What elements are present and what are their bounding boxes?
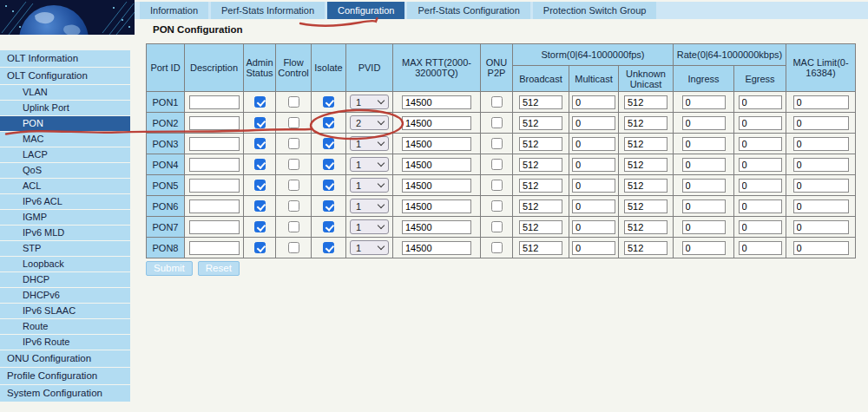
description-input[interactable] <box>189 241 240 255</box>
mac-limit-input[interactable] <box>793 199 849 213</box>
sidebar-item-lacp[interactable]: LACP <box>0 147 130 162</box>
unknown-unicast-input[interactable] <box>624 179 667 193</box>
multicast-input[interactable] <box>572 116 615 130</box>
description-input[interactable] <box>189 95 240 109</box>
sidebar-item-onu-configuration[interactable]: ONU Configuration <box>0 350 130 367</box>
mac-limit-input[interactable] <box>793 137 849 151</box>
sidebar-item-ipv6-slaac[interactable]: IPv6 SLAAC <box>0 304 130 318</box>
mac-limit-input[interactable] <box>793 95 849 109</box>
unknown-unicast-input[interactable] <box>624 137 667 151</box>
onu-p2p-checkbox[interactable] <box>491 138 503 149</box>
admin-status-checkbox[interactable] <box>254 180 266 191</box>
unknown-unicast-input[interactable] <box>624 199 667 213</box>
ingress-input[interactable] <box>682 158 726 172</box>
sidebar-item-system-configuration[interactable]: System Configuration <box>0 385 130 402</box>
onu-p2p-checkbox[interactable] <box>491 180 503 191</box>
broadcast-input[interactable] <box>519 199 562 213</box>
mac-limit-input[interactable] <box>793 241 849 255</box>
sidebar-item-stp[interactable]: STP <box>0 241 130 256</box>
tab-protection-switch-group[interactable]: Protection Switch Group <box>533 2 657 19</box>
max-rtt-input[interactable] <box>402 241 471 255</box>
broadcast-input[interactable] <box>519 95 562 109</box>
max-rtt-input[interactable] <box>402 158 471 172</box>
flow-control-checkbox[interactable] <box>288 242 299 253</box>
ingress-input[interactable] <box>682 199 726 213</box>
isolate-checkbox[interactable] <box>323 180 334 191</box>
egress-input[interactable] <box>739 95 782 109</box>
isolate-checkbox[interactable] <box>323 200 334 212</box>
onu-p2p-checkbox[interactable] <box>491 200 503 212</box>
broadcast-input[interactable] <box>519 241 562 255</box>
sidebar-item-dhcp[interactable]: DHCP <box>0 272 130 287</box>
onu-p2p-checkbox[interactable] <box>491 242 503 253</box>
isolate-checkbox[interactable] <box>323 159 334 170</box>
isolate-checkbox[interactable] <box>323 117 334 128</box>
isolate-checkbox[interactable] <box>323 96 334 108</box>
admin-status-checkbox[interactable] <box>254 200 266 212</box>
mac-limit-input[interactable] <box>793 116 849 130</box>
pvid-select[interactable]: 1 <box>350 240 389 255</box>
description-input[interactable] <box>189 199 240 213</box>
max-rtt-input[interactable] <box>402 137 471 151</box>
submit-button[interactable]: Submit <box>146 261 193 276</box>
sidebar-item-olt-information[interactable]: OLT Information <box>0 50 130 67</box>
sidebar-item-olt-configuration[interactable]: OLT Configuration <box>0 68 130 84</box>
admin-status-checkbox[interactable] <box>254 159 266 170</box>
broadcast-input[interactable] <box>519 116 562 130</box>
egress-input[interactable] <box>739 137 782 151</box>
onu-p2p-checkbox[interactable] <box>491 96 503 108</box>
sidebar-item-profile-configuration[interactable]: Profile Configuration <box>0 368 130 384</box>
isolate-checkbox[interactable] <box>323 138 334 149</box>
description-input[interactable] <box>189 158 240 172</box>
ingress-input[interactable] <box>682 137 726 151</box>
mac-limit-input[interactable] <box>793 220 849 234</box>
sidebar-item-qos[interactable]: QoS <box>0 163 130 178</box>
isolate-checkbox[interactable] <box>323 221 334 232</box>
max-rtt-input[interactable] <box>402 199 471 213</box>
pvid-select[interactable]: 1 <box>350 178 389 193</box>
tab-configuration[interactable]: Configuration <box>327 2 404 19</box>
flow-control-checkbox[interactable] <box>288 159 299 170</box>
sidebar-item-vlan[interactable]: VLAN <box>0 85 130 100</box>
flow-control-checkbox[interactable] <box>288 96 299 108</box>
sidebar-item-mac[interactable]: MAC <box>0 132 130 147</box>
ingress-input[interactable] <box>682 179 726 193</box>
flow-control-checkbox[interactable] <box>288 117 299 128</box>
flow-control-checkbox[interactable] <box>288 200 299 212</box>
unknown-unicast-input[interactable] <box>624 158 667 172</box>
multicast-input[interactable] <box>572 95 615 109</box>
multicast-input[interactable] <box>572 220 615 234</box>
egress-input[interactable] <box>739 158 782 172</box>
egress-input[interactable] <box>739 220 782 234</box>
ingress-input[interactable] <box>682 220 726 234</box>
ingress-input[interactable] <box>682 95 726 109</box>
pvid-select[interactable]: 1 <box>350 199 389 213</box>
max-rtt-input[interactable] <box>402 116 471 130</box>
sidebar-item-igmp[interactable]: IGMP <box>0 210 130 225</box>
unknown-unicast-input[interactable] <box>624 241 667 255</box>
sidebar-item-loopback[interactable]: Loopback <box>0 257 130 271</box>
tab-perf-stats-information[interactable]: Perf-Stats Information <box>211 2 325 19</box>
onu-p2p-checkbox[interactable] <box>491 221 503 232</box>
description-input[interactable] <box>189 220 240 234</box>
multicast-input[interactable] <box>572 241 615 255</box>
egress-input[interactable] <box>739 199 782 213</box>
mac-limit-input[interactable] <box>793 158 849 172</box>
multicast-input[interactable] <box>572 158 615 172</box>
sidebar-item-route[interactable]: Route <box>0 319 130 334</box>
pvid-select[interactable]: 1 <box>350 157 389 172</box>
pvid-select[interactable]: 1 <box>350 136 389 151</box>
broadcast-input[interactable] <box>519 179 562 193</box>
broadcast-input[interactable] <box>519 137 562 151</box>
tab-information[interactable]: Information <box>140 2 208 19</box>
isolate-checkbox[interactable] <box>323 242 334 253</box>
flow-control-checkbox[interactable] <box>288 180 299 191</box>
broadcast-input[interactable] <box>519 158 562 172</box>
reset-button[interactable]: Reset <box>198 261 240 276</box>
max-rtt-input[interactable] <box>402 95 471 109</box>
sidebar-item-acl[interactable]: ACL <box>0 179 130 193</box>
description-input[interactable] <box>189 116 240 130</box>
pvid-select[interactable]: 1 <box>350 219 389 234</box>
description-input[interactable] <box>189 179 240 193</box>
admin-status-checkbox[interactable] <box>254 96 266 108</box>
